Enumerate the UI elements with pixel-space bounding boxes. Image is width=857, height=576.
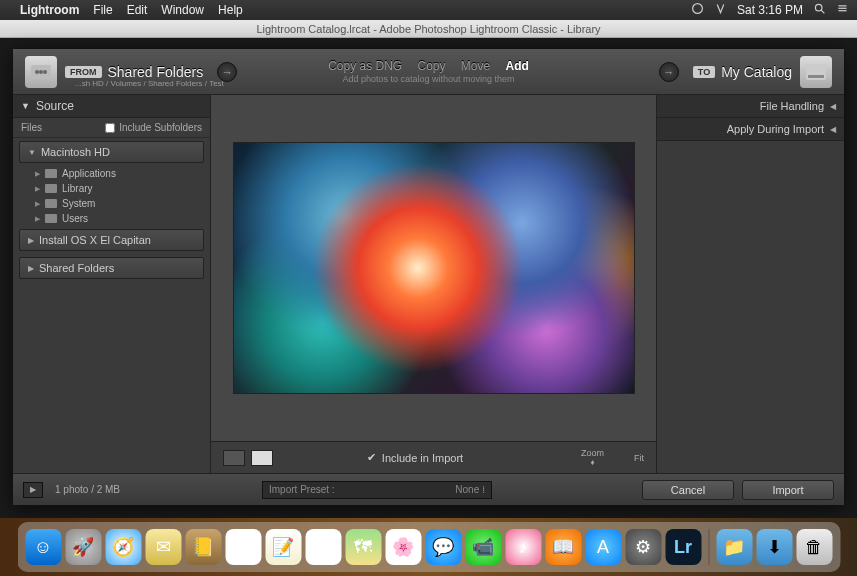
op-move[interactable]: Move <box>461 59 490 73</box>
chevron-right-icon: ▶ <box>28 236 34 245</box>
import-operation-selector: Copy as DNG Copy Move Add Add photos to … <box>322 59 535 84</box>
preview-panel: ✔ Include in Import Zoom ♦ Fit <box>211 95 656 473</box>
macos-dock: ☺🚀🧭✉📒21📝☑🗺🌸💬📹♪📖A⚙Lr📁⬇🗑 <box>17 522 840 572</box>
dock-notes-icon[interactable]: 📝 <box>265 529 301 565</box>
menu-file[interactable]: File <box>93 3 112 17</box>
source-item-install-osx[interactable]: ▶ Install OS X El Capitan <box>19 229 204 251</box>
checkmark-icon: ✔ <box>367 451 376 464</box>
svg-rect-11 <box>808 75 824 78</box>
dock-appstore-icon[interactable]: A <box>585 529 621 565</box>
op-add[interactable]: Add <box>506 59 529 73</box>
script-menu-icon[interactable] <box>714 2 727 18</box>
dock-itunes-icon[interactable]: ♪ <box>505 529 541 565</box>
op-copy-as-dng[interactable]: Copy as DNG <box>328 59 402 73</box>
dock-reminders-icon[interactable]: ☑ <box>305 529 341 565</box>
app-body: FROM Shared Folders ...sh HD / Volumes /… <box>0 38 857 576</box>
import-dialog: FROM Shared Folders ...sh HD / Volumes /… <box>12 48 845 506</box>
source-panel-title: Source <box>36 99 74 113</box>
folder-icon <box>45 184 57 193</box>
zoom-slider-icon[interactable]: ♦ <box>590 458 594 467</box>
dock-facetime-icon[interactable]: 📹 <box>465 529 501 565</box>
source-child-library[interactable]: ▶Library <box>13 181 210 196</box>
chevron-left-icon: ◀ <box>830 125 836 134</box>
files-tab[interactable]: Files <box>21 122 42 133</box>
network-share-icon <box>31 65 51 79</box>
preview-area <box>211 95 656 441</box>
import-dialog-footer: ▶ 1 photo / 2 MB Import Preset : None ⁞ … <box>13 473 844 505</box>
from-source-path: ...sh HD / Volumes / Shared Folders / Te… <box>75 79 224 88</box>
menu-edit[interactable]: Edit <box>127 3 148 17</box>
import-preset-dropdown[interactable]: Import Preset : None ⁞ <box>262 481 492 499</box>
to-destination-label[interactable]: My Catalog <box>721 64 792 80</box>
menu-help[interactable]: Help <box>218 3 243 17</box>
grid-view-button[interactable] <box>223 450 245 466</box>
dock-maps-icon[interactable]: 🗺 <box>345 529 381 565</box>
source-panel: ▼ Source Files Include Subfolders ▼ Maci… <box>13 95 211 473</box>
dock-mail-icon[interactable]: ✉ <box>145 529 181 565</box>
menu-window[interactable]: Window <box>161 3 204 17</box>
op-description: Add photos to catalog without moving the… <box>322 74 535 84</box>
source-item-shared-folders[interactable]: ▶ Shared Folders <box>19 257 204 279</box>
hard-drive-icon <box>806 64 826 80</box>
cancel-button[interactable]: Cancel <box>642 480 734 500</box>
dock-messages-icon[interactable]: 💬 <box>425 529 461 565</box>
include-subfolders-input[interactable] <box>105 123 115 133</box>
loupe-view-button[interactable] <box>251 450 273 466</box>
svg-line-2 <box>821 10 824 13</box>
svg-rect-4 <box>838 8 846 9</box>
source-device-icon[interactable] <box>25 56 57 88</box>
dock-downloads-icon[interactable]: ⬇ <box>756 529 792 565</box>
dock-preferences-icon[interactable]: ⚙ <box>625 529 661 565</box>
dock-safari-icon[interactable]: 🧭 <box>105 529 141 565</box>
dock-photos-icon[interactable]: 🌸 <box>385 529 421 565</box>
dock-finder-icon[interactable]: ☺ <box>25 529 61 565</box>
chevron-right-icon: ▶ <box>35 185 40 193</box>
folder-icon <box>45 169 57 178</box>
sync-status-icon[interactable] <box>691 2 704 18</box>
include-subfolders-checkbox[interactable]: Include Subfolders <box>105 122 202 133</box>
svg-point-1 <box>815 4 822 11</box>
dock-ibooks-icon[interactable]: 📖 <box>545 529 581 565</box>
dock-lightroom-icon[interactable]: Lr <box>665 529 701 565</box>
source-child-applications[interactable]: ▶Applications <box>13 166 210 181</box>
preview-image[interactable] <box>234 143 634 393</box>
source-child-users[interactable]: ▶Users <box>13 211 210 226</box>
chevron-right-icon: ▶ <box>35 200 40 208</box>
spotlight-icon[interactable] <box>813 2 826 18</box>
fit-label[interactable]: Fit <box>634 453 644 463</box>
source-child-system[interactable]: ▶System <box>13 196 210 211</box>
chevron-right-icon: ▶ <box>28 264 34 273</box>
menubar-clock[interactable]: Sat 3:16 PM <box>737 3 803 17</box>
destination-device-icon[interactable] <box>800 56 832 88</box>
include-in-import-toggle[interactable]: ✔ Include in Import <box>367 451 463 464</box>
apply-during-import-header[interactable]: Apply During Import ◀ <box>657 118 844 141</box>
chevron-right-icon: ▶ <box>35 215 40 223</box>
import-dialog-header: FROM Shared Folders ...sh HD / Volumes /… <box>13 49 844 95</box>
zoom-label: Zoom <box>581 448 604 458</box>
svg-rect-3 <box>838 5 846 6</box>
notification-center-icon[interactable] <box>836 2 849 18</box>
from-source-label[interactable]: Shared Folders <box>108 64 204 80</box>
dock-separator <box>708 529 709 565</box>
op-copy[interactable]: Copy <box>418 59 446 73</box>
import-button[interactable]: Import <box>742 480 834 500</box>
source-item-macintosh-hd[interactable]: ▼ Macintosh HD <box>19 141 204 163</box>
minimize-panel-button[interactable]: ▶ <box>23 482 43 498</box>
chevron-down-icon: ▼ <box>28 148 36 157</box>
svg-point-0 <box>693 4 703 14</box>
dock-trash-icon[interactable]: 🗑 <box>796 529 832 565</box>
source-panel-header[interactable]: ▼ Source <box>13 95 210 118</box>
dock-folder1-icon[interactable]: 📁 <box>716 529 752 565</box>
dock-contacts-icon[interactable]: 📒 <box>185 529 221 565</box>
app-menu[interactable]: Lightroom <box>20 3 79 17</box>
chevron-left-icon: ◀ <box>830 102 836 111</box>
preview-toolbar: ✔ Include in Import Zoom ♦ Fit <box>211 441 656 473</box>
import-status-text: 1 photo / 2 MB <box>55 484 120 495</box>
to-arrow-button[interactable]: → <box>659 62 679 82</box>
settings-panel: File Handling ◀ Apply During Import ◀ <box>656 95 844 473</box>
svg-point-8 <box>39 70 43 74</box>
dock-calendar-icon[interactable]: 21 <box>225 529 261 565</box>
dock-launchpad-icon[interactable]: 🚀 <box>65 529 101 565</box>
file-handling-header[interactable]: File Handling ◀ <box>657 95 844 118</box>
svg-point-9 <box>43 70 47 74</box>
